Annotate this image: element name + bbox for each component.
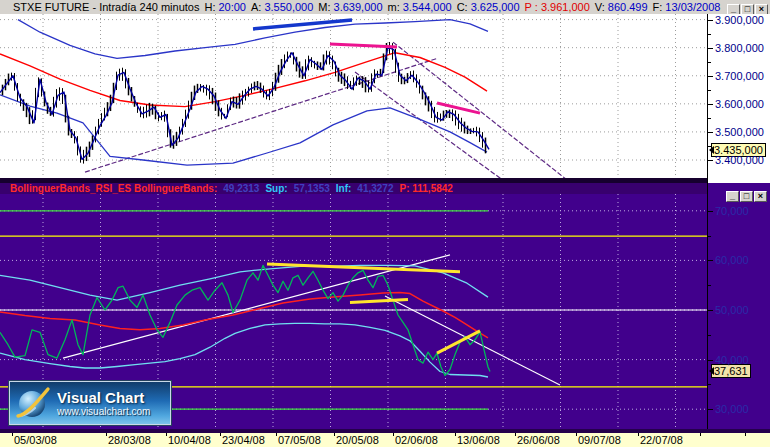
indicator-axis-minor-tick bbox=[708, 236, 711, 237]
date-axis-tick bbox=[220, 433, 221, 436]
title-segment-label: H: bbox=[204, 1, 215, 13]
date-axis-tick bbox=[12, 433, 13, 436]
window-controls: _□× bbox=[726, 1, 768, 14]
date-axis-tick bbox=[334, 433, 335, 436]
indicator-axis-label: 70,000 bbox=[715, 205, 749, 217]
date-axis-label: 28/03/08 bbox=[108, 434, 151, 446]
price-axis-tick bbox=[708, 132, 713, 133]
price-axis-label: 3.400,000 bbox=[715, 154, 764, 166]
close-icon[interactable]: × bbox=[754, 191, 767, 202]
date-axis-label: 07/05/08 bbox=[278, 434, 321, 446]
visualchart-logo[interactable]: Visual Chart www.visualchart.com bbox=[9, 381, 171, 425]
title-segment-label: F: bbox=[653, 1, 663, 13]
price-chart-plot[interactable] bbox=[0, 14, 707, 178]
visualchart-sphere-icon bbox=[15, 385, 51, 421]
indicator-header: BollinguerBands_RSI_ES BollinguerBands:4… bbox=[0, 183, 707, 194]
title-segment-value: 3.625,000 bbox=[471, 1, 520, 13]
title-segment-value: 3.639,000 bbox=[334, 1, 383, 13]
last-price-arrow-icon bbox=[705, 146, 714, 154]
close-icon[interactable]: × bbox=[755, 4, 768, 14]
title-segment-label: STXE FUTURE - Intradía 240 minutos bbox=[13, 1, 199, 13]
date-axis-tick bbox=[745, 433, 746, 436]
date-axis-tick bbox=[393, 433, 394, 436]
date-axis-tick bbox=[166, 433, 167, 436]
date-axis-tick bbox=[276, 433, 277, 436]
indicator-axis-label: 40,000 bbox=[715, 354, 749, 366]
indicator-header-segment: Sup: bbox=[265, 183, 287, 194]
price-axis-label: 3.800,000 bbox=[715, 42, 764, 54]
price-axis-label: 3.600,000 bbox=[715, 98, 764, 110]
indicator-axis-tick bbox=[708, 360, 713, 361]
price-axis-tick bbox=[708, 48, 713, 49]
date-axis-label: 05/03/08 bbox=[14, 434, 57, 446]
price-axis-minor-tick bbox=[708, 34, 711, 35]
price-axis-minor-tick bbox=[708, 146, 711, 147]
title-segment-value: 13/03/2008 bbox=[665, 1, 720, 13]
indicator-axis-minor-tick bbox=[708, 285, 711, 286]
title-segment-label: C: bbox=[457, 1, 468, 13]
maximize-icon[interactable]: □ bbox=[741, 4, 754, 14]
minimize-icon[interactable]: _ bbox=[726, 191, 739, 202]
maximize-icon[interactable]: □ bbox=[740, 191, 753, 202]
indicator-header-segment: Inf: bbox=[336, 183, 352, 194]
date-axis-label: 20/05/08 bbox=[336, 434, 379, 446]
indicator-axis-label: 60,000 bbox=[715, 254, 749, 266]
indicator-window-controls: _□× bbox=[725, 185, 767, 203]
date-axis-tick bbox=[638, 433, 639, 436]
indicator-axis-tick bbox=[708, 211, 713, 212]
indicator-axis[interactable]: _□× 37,631 70,00060,00050,00040,00030,00… bbox=[707, 183, 770, 433]
date-axis-tick bbox=[106, 433, 107, 436]
title-segment-value: 20:00 bbox=[218, 1, 246, 13]
title-segment-value: 3.961,000 bbox=[541, 1, 590, 13]
title-segment-label: M: bbox=[318, 1, 330, 13]
visual-chart-window: STXE FUTURE - Intradía 240 minutosH:20:0… bbox=[0, 0, 770, 447]
chart-title-text: STXE FUTURE - Intradía 240 minutosH:20:0… bbox=[8, 0, 720, 14]
indicator-axis-label: 50,000 bbox=[715, 304, 749, 316]
price-axis-minor-tick bbox=[708, 90, 711, 91]
title-segment-label: P : bbox=[525, 1, 538, 13]
price-axis-tick bbox=[708, 20, 713, 21]
title-segment-label: A: bbox=[251, 1, 261, 13]
title-segment-value: 3.544,000 bbox=[403, 1, 452, 13]
date-axis-label: 23/04/08 bbox=[222, 434, 265, 446]
indicator-header-segment: 49,2313 bbox=[223, 183, 259, 194]
indicator-header-segment: 57,1353 bbox=[294, 183, 330, 194]
date-axis-label: 10/04/08 bbox=[168, 434, 211, 446]
indicator-header-text: BollinguerBands_RSI_ES BollinguerBands:4… bbox=[10, 183, 459, 194]
date-axis-label: 09/07/08 bbox=[578, 434, 621, 446]
indicator-header-segment: P: 111,5842 bbox=[400, 183, 453, 194]
price-axis-tick bbox=[708, 76, 713, 77]
date-axis-tick bbox=[700, 433, 701, 436]
price-axis-tick bbox=[708, 104, 713, 105]
indicator-axis-minor-tick bbox=[708, 384, 711, 385]
last-indicator-box: 37,631 bbox=[711, 364, 751, 378]
title-segment-label: V: bbox=[595, 1, 605, 13]
price-axis[interactable]: 3.435,000 3.900,0003.800,0003.700,0003.6… bbox=[707, 14, 770, 183]
indicator-axis-minor-tick bbox=[708, 335, 711, 336]
price-axis-tick bbox=[708, 160, 713, 161]
price-axis-minor-tick bbox=[708, 62, 711, 63]
price-axis-label: 3.700,000 bbox=[715, 70, 764, 82]
logo-title: Visual Chart bbox=[57, 389, 150, 406]
indicator-axis-tick bbox=[708, 260, 713, 261]
indicator-axis-tick bbox=[708, 310, 713, 311]
date-axis-tick bbox=[576, 433, 577, 436]
indicator-axis-label: 30,000 bbox=[715, 403, 749, 415]
title-segment-value: 3.550,000 bbox=[264, 1, 313, 13]
date-axis-label: 02/06/08 bbox=[395, 434, 438, 446]
date-axis[interactable]: 05/03/0828/03/0810/04/0823/04/0807/05/08… bbox=[0, 433, 770, 447]
date-axis-tick bbox=[515, 433, 516, 436]
date-axis-label: 22/07/08 bbox=[640, 434, 683, 446]
indicator-header-segment: BollinguerBands_RSI_ES BollinguerBands: bbox=[10, 183, 217, 194]
price-axis-minor-tick bbox=[708, 118, 711, 119]
last-indicator-arrow-icon bbox=[705, 367, 714, 375]
indicator-header-segment: 41,3272 bbox=[357, 183, 393, 194]
title-segment-label: m: bbox=[388, 1, 400, 13]
logo-url[interactable]: www.visualchart.com bbox=[57, 406, 150, 418]
indicator-axis-tick bbox=[708, 409, 713, 410]
date-axis-tick bbox=[455, 433, 456, 436]
date-axis-label: 26/06/08 bbox=[517, 434, 560, 446]
price-axis-label: 3.900,000 bbox=[715, 14, 764, 26]
minimize-icon[interactable]: _ bbox=[727, 4, 740, 14]
chart-window-titlebar: STXE FUTURE - Intradía 240 minutosH:20:0… bbox=[0, 0, 770, 14]
